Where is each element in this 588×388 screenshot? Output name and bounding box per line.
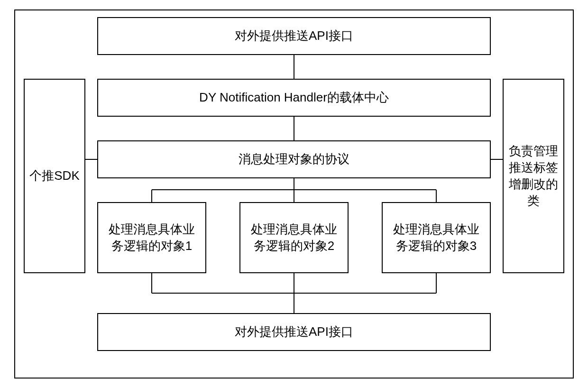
- tag-manager-box: 负责管理推送标签增删改的类: [503, 79, 564, 273]
- bottom-api-box: 对外提供推送API接口: [97, 313, 491, 351]
- handler-center-box: DY Notification Handler的载体中心: [97, 79, 491, 117]
- handler-object-1-box: 处理消息具体业务逻辑的对象1: [97, 202, 206, 273]
- handler-object-1-label: 处理消息具体业务逻辑的对象1: [103, 221, 201, 254]
- sdk-box: 个推SDK: [24, 79, 85, 273]
- handler-object-2-box: 处理消息具体业务逻辑的对象2: [239, 202, 349, 273]
- protocol-box: 消息处理对象的协议: [97, 140, 491, 178]
- bottom-api-label: 对外提供推送API接口: [235, 323, 353, 340]
- handler-object-2-label: 处理消息具体业务逻辑的对象2: [245, 221, 343, 254]
- sdk-label: 个推SDK: [29, 167, 79, 184]
- top-api-box: 对外提供推送API接口: [97, 17, 491, 55]
- top-api-label: 对外提供推送API接口: [235, 28, 353, 44]
- handler-object-3-box: 处理消息具体业务逻辑的对象3: [382, 202, 491, 273]
- protocol-label: 消息处理对象的协议: [239, 151, 349, 167]
- handler-center-label: DY Notification Handler的载体中心: [199, 89, 389, 106]
- tag-manager-label: 负责管理推送标签增删改的类: [508, 143, 559, 209]
- handler-object-3-label: 处理消息具体业务逻辑的对象3: [387, 221, 485, 254]
